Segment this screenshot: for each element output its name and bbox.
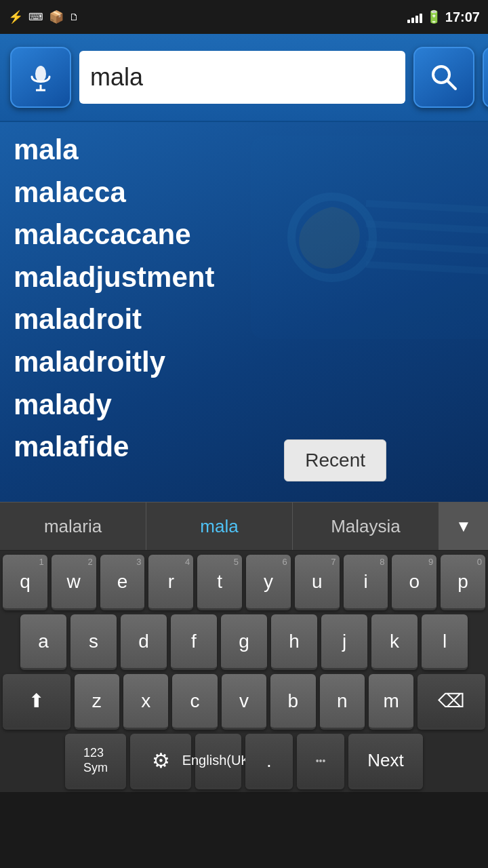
key-c[interactable]: c: [172, 674, 217, 730]
key-s[interactable]: s: [70, 614, 117, 670]
key-q[interactable]: 1q: [3, 555, 47, 610]
keyboard-row-2: a s d f g h j k l: [3, 614, 485, 670]
recent-button[interactable]: Recent: [284, 439, 386, 481]
key-k[interactable]: k: [371, 614, 418, 670]
key-x[interactable]: x: [123, 674, 168, 730]
key-y[interactable]: 6y: [246, 555, 291, 610]
watermark: [251, 136, 488, 339]
list-item[interactable]: malafide: [0, 426, 488, 469]
word-list: mala malacca malaccacane maladjustment m…: [0, 122, 488, 502]
autocomplete-item-malaysia[interactable]: Malaysia: [293, 502, 439, 550]
key-j[interactable]: j: [321, 614, 367, 670]
language-label: English(UK): [182, 753, 255, 768]
status-time: 17:07: [445, 9, 480, 25]
favorites-button[interactable]: ★: [483, 47, 488, 108]
signal-strength: [407, 11, 422, 23]
key-p[interactable]: 0p: [441, 555, 485, 610]
list-item[interactable]: maladroitly: [0, 341, 488, 384]
period-key[interactable]: .: [245, 734, 293, 789]
key-f[interactable]: f: [171, 614, 217, 670]
sim-icon: 🗋: [69, 12, 79, 22]
key-d[interactable]: d: [121, 614, 167, 670]
key-o[interactable]: 9o: [392, 555, 436, 610]
usb-icon: ⚡: [8, 9, 23, 24]
gear-icon: ⚙: [152, 749, 170, 772]
ellipsis-key[interactable]: •••: [297, 734, 344, 789]
key-l[interactable]: l: [422, 614, 468, 670]
autocomplete-item-malaria[interactable]: malaria: [0, 502, 146, 550]
svg-point-0: [35, 66, 46, 82]
delete-key[interactable]: ⌫: [418, 674, 485, 730]
list-item[interactable]: malady: [0, 384, 488, 427]
autocomplete-dropdown-button[interactable]: ▼: [439, 502, 488, 550]
key-z[interactable]: z: [75, 674, 119, 730]
ellipsis-icon: •••: [316, 755, 326, 766]
search-bar: ★: [0, 34, 488, 122]
battery-icon: 🔋: [426, 9, 441, 24]
autocomplete-bar: malaria mala Malaysia ▼: [0, 502, 488, 551]
space-key[interactable]: English(UK): [195, 734, 241, 789]
status-left-icons: ⚡ ⌨ 📦 🗋: [8, 9, 79, 24]
key-g[interactable]: g: [221, 614, 267, 670]
status-bar: ⚡ ⌨ 📦 🗋 🔋 17:07: [0, 0, 488, 34]
keyboard-row-bottom: 123Sym ⚙ English(UK) . ••• Next: [3, 734, 485, 789]
key-b[interactable]: b: [270, 674, 315, 730]
shift-key[interactable]: ⬆: [3, 674, 70, 730]
backspace-icon: ⌫: [438, 690, 465, 712]
dropbox-icon: 📦: [49, 9, 64, 24]
key-i[interactable]: 8i: [344, 555, 388, 610]
keyboard-row-1: 1q 2w 3e 4r 5t 6y 7u 8i 9o 0p: [3, 555, 485, 610]
keyboard-row-3: ⬆ z x c v b n m ⌫: [3, 674, 485, 730]
mic-button[interactable]: [10, 47, 71, 108]
key-n[interactable]: n: [320, 674, 365, 730]
key-h[interactable]: h: [271, 614, 317, 670]
keyboard-icon: ⌨: [28, 11, 43, 23]
key-a[interactable]: a: [20, 614, 66, 670]
key-r[interactable]: 4r: [148, 555, 193, 610]
autocomplete-item-mala[interactable]: mala: [146, 502, 293, 550]
key-m[interactable]: m: [369, 674, 413, 730]
status-right-icons: 🔋 17:07: [407, 9, 480, 25]
key-t[interactable]: 5t: [197, 555, 242, 610]
shift-icon: ⬆: [28, 690, 44, 712]
chevron-down-icon: ▼: [455, 517, 472, 536]
key-e[interactable]: 3e: [100, 555, 145, 610]
search-input[interactable]: [79, 51, 405, 104]
sym-key[interactable]: 123Sym: [65, 734, 126, 789]
key-w[interactable]: 2w: [52, 555, 96, 610]
search-button[interactable]: [413, 47, 474, 108]
key-u[interactable]: 7u: [295, 555, 340, 610]
keyboard: 1q 2w 3e 4r 5t 6y 7u 8i 9o 0p a s d f g …: [0, 551, 488, 792]
next-key[interactable]: Next: [348, 734, 423, 789]
svg-line-4: [447, 81, 455, 89]
key-v[interactable]: v: [222, 674, 266, 730]
